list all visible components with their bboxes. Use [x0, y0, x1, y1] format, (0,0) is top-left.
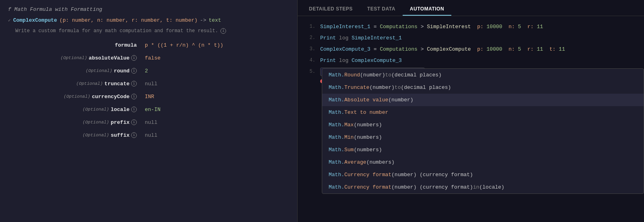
- autocomplete-dropdown: Math.Round (number) to (decimal places) …: [322, 68, 644, 194]
- dropdown-item-truncate[interactable]: Math.Truncate (number) to (decimal place…: [322, 81, 644, 94]
- param-row-truncate: (Optional) truncate i null: [0, 77, 297, 90]
- code-line-4: 4. Print log ComplexCompute_3: [298, 55, 644, 66]
- function-signature: ✓ ComplexCompute (p: number, n: number, …: [0, 16, 297, 27]
- dropdown-item-average[interactable]: Math.Average (numbers): [322, 156, 644, 169]
- dropdown-item-absolute[interactable]: Math.Absolute value (number): [322, 94, 644, 106]
- tab-bar: DETAILED STEPS TEST DATA AUTOMATION: [298, 0, 644, 16]
- info-icon-prefix[interactable]: i: [131, 119, 137, 125]
- right-panel: DETAILED STEPS TEST DATA AUTOMATION 1. S…: [298, 0, 644, 222]
- dropdown-item-currency-format-1[interactable]: Math.Currency format (number) (currency …: [322, 169, 644, 181]
- info-icon-absolutevalue[interactable]: i: [131, 55, 137, 61]
- info-icon-currencycode[interactable]: i: [131, 94, 137, 99]
- param-row-prefix: (Optional) prefix i null: [0, 116, 297, 129]
- param-row-suffix: (Optional) suffix i null: [0, 129, 297, 142]
- dropdown-item-text-to-number[interactable]: Math.Text to number: [322, 106, 644, 119]
- tab-detailed-steps[interactable]: DETAILED STEPS: [302, 3, 360, 16]
- dropdown-item-max[interactable]: Math.Max (numbers): [322, 119, 644, 131]
- dropdown-item-round[interactable]: Math.Round (number) to (decimal places): [322, 69, 644, 81]
- dropdown-item-min[interactable]: Math.Min (numbers): [322, 131, 644, 144]
- info-icon-locale[interactable]: i: [131, 107, 137, 112]
- code-line-1: 1. SimpleInterest_1 = Computations > Sim…: [298, 21, 644, 32]
- tab-test-data[interactable]: TEST DATA: [360, 3, 403, 16]
- left-panel: f Math Formula with Formatting ✓ Complex…: [0, 0, 298, 222]
- formula-title: f Math Formula with Formatting: [0, 5, 297, 16]
- editor-area: 1. SimpleInterest_1 = Computations > Sim…: [298, 16, 644, 222]
- info-icon-truncate[interactable]: i: [131, 81, 137, 86]
- dropdown-item-sum[interactable]: Math.Sum (numbers): [322, 144, 644, 156]
- param-row-round: (Optional) round i 2: [0, 64, 297, 77]
- dropdown-item-currency-format-2[interactable]: Math.Currency format (number) (currency …: [322, 181, 644, 193]
- info-icon[interactable]: i: [220, 28, 226, 34]
- code-line-3: 3. ComplexCompute_3 = Computations > Com…: [298, 43, 644, 55]
- description: Write a custom formula for any math comp…: [0, 27, 297, 39]
- tab-automation[interactable]: AUTOMATION: [403, 3, 451, 16]
- param-row-currencycode: (Optional) currencyCode i INR: [0, 90, 297, 103]
- info-icon-round[interactable]: i: [131, 68, 137, 74]
- info-icon-suffix[interactable]: i: [131, 132, 137, 138]
- chevron-down-icon: ✓: [8, 18, 11, 23]
- param-row-locale: (Optional) locale i en-IN: [0, 103, 297, 116]
- param-row-absolutevalue: (Optional) absoluteValue i false: [0, 51, 297, 64]
- code-line-2: 2. Print log SimpleInterest_1: [298, 32, 644, 43]
- param-row-formula: formula p * ((1 + r/n) ^ (n * t)): [0, 39, 297, 51]
